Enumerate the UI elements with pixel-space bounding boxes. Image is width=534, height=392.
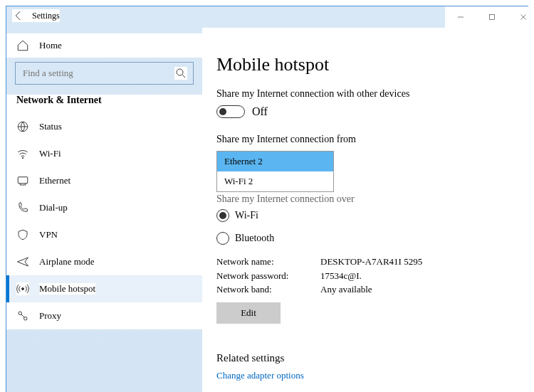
dropdown-option[interactable]: Wi-Fi 2 xyxy=(217,171,333,191)
section-title: Network & Internet xyxy=(6,95,202,113)
radio-icon xyxy=(216,209,229,222)
search-input[interactable] xyxy=(15,62,194,85)
svg-rect-0 xyxy=(490,15,495,20)
home-label: Home xyxy=(39,40,62,51)
edit-button[interactable]: Edit xyxy=(216,302,281,324)
svg-point-5 xyxy=(22,288,24,290)
sidebar-home[interactable]: Home xyxy=(6,33,202,58)
sidebar-item-hotspot[interactable]: Mobile hotspot xyxy=(6,275,202,302)
sidebar-item-airplane[interactable]: Airplane mode xyxy=(6,248,202,275)
toggle-state: Off xyxy=(252,105,268,118)
network-info: Network name:DESKTOP-A7AR41I 5295 Networ… xyxy=(216,255,528,297)
nav-label: Wi-Fi xyxy=(39,148,61,159)
minimize-button[interactable] xyxy=(445,6,476,28)
sidebar-item-status[interactable]: Status xyxy=(6,113,202,140)
hotspot-icon xyxy=(16,282,29,295)
wifi-icon xyxy=(16,147,29,160)
nav-label: Proxy xyxy=(39,310,61,322)
radio-label: Bluetooth xyxy=(235,233,274,244)
net-band-val: Any available xyxy=(320,282,372,297)
nav-label: Airplane mode xyxy=(39,256,95,267)
search-field[interactable] xyxy=(21,67,174,80)
svg-rect-4 xyxy=(18,177,28,184)
svg-point-3 xyxy=(22,157,23,159)
radio-bluetooth[interactable]: Bluetooth xyxy=(216,232,528,245)
net-name-val: DESKTOP-A7AR41I 5295 xyxy=(320,255,422,269)
sidebar-item-ethernet[interactable]: Ethernet xyxy=(6,167,202,194)
sidebar-item-wifi[interactable]: Wi-Fi xyxy=(6,140,202,167)
share-toggle-label: Share my Internet connection with other … xyxy=(216,88,528,100)
window-title: Settings xyxy=(32,11,60,21)
status-icon xyxy=(16,120,29,133)
net-pass-val: 17534c@I. xyxy=(320,269,362,283)
share-from-label: Share my Internet connection from xyxy=(216,134,528,145)
sidebar-item-proxy[interactable]: Proxy xyxy=(6,302,202,329)
nav-label: Status xyxy=(39,121,62,132)
vpn-icon xyxy=(16,228,29,241)
search-icon xyxy=(174,67,187,80)
radio-wifi[interactable]: Wi-Fi xyxy=(216,209,528,222)
sidebar: Home Network & Internet Status Wi-Fi Eth… xyxy=(6,28,202,392)
share-over-label: Share my Internet connection over xyxy=(216,194,528,205)
nav-label: Dial-up xyxy=(39,202,68,213)
svg-point-1 xyxy=(177,69,183,75)
home-icon xyxy=(16,39,29,52)
titlebar: Settings xyxy=(6,6,528,28)
content-pane: Mobile hotspot Share my Internet connect… xyxy=(202,28,528,392)
proxy-icon xyxy=(16,309,29,322)
ethernet-icon xyxy=(16,174,29,187)
net-band-key: Network band: xyxy=(216,282,316,297)
share-toggle[interactable] xyxy=(216,105,245,118)
related-heading: Related settings xyxy=(216,352,528,364)
close-button[interactable] xyxy=(508,6,528,28)
change-adapter-link[interactable]: Change adapter options xyxy=(216,370,528,381)
net-pass-key: Network password: xyxy=(216,269,316,283)
airplane-icon xyxy=(16,255,29,268)
dropdown-option[interactable]: Ethernet 2 xyxy=(217,152,333,171)
maximize-button[interactable] xyxy=(476,6,508,28)
nav-label: VPN xyxy=(39,229,58,240)
radio-label: Wi-Fi xyxy=(235,210,258,221)
sidebar-item-dialup[interactable]: Dial-up xyxy=(6,194,202,221)
net-name-key: Network name: xyxy=(216,255,316,269)
radio-icon xyxy=(216,232,229,245)
nav-label: Mobile hotspot xyxy=(39,283,95,295)
nav-label: Ethernet xyxy=(39,175,70,186)
share-from-dropdown[interactable]: Ethernet 2 Wi-Fi 2 xyxy=(216,151,334,192)
phone-icon xyxy=(16,201,29,214)
sidebar-item-vpn[interactable]: VPN xyxy=(6,221,202,248)
page-title: Mobile hotspot xyxy=(216,54,528,75)
back-icon[interactable] xyxy=(12,9,25,22)
